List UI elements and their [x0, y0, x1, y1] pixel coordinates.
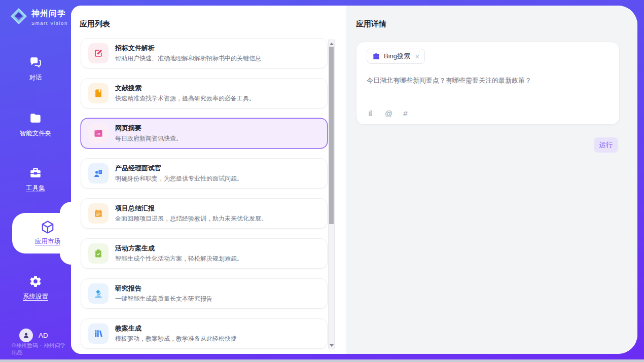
sidebar-item-chat[interactable]: 对话 — [0, 56, 71, 82]
sidebar-item-label: 系统设置 — [23, 293, 48, 301]
sidebar-item-label: 智能文件夹 — [20, 129, 52, 138]
sidebar-item-folders[interactable]: 智能文件夹 — [0, 112, 71, 138]
calendar-icon — [88, 203, 109, 224]
paperclip-icon[interactable] — [367, 109, 374, 118]
cube-icon — [12, 220, 83, 235]
browser-code-icon — [88, 123, 109, 143]
sidebar-item-tools[interactable]: 工具集 — [0, 166, 71, 193]
brand-logo: 神州问学 Smart Vision — [10, 7, 68, 27]
app-card-desc: 帮助用户快速、准确地理解和解析招标书中的关键信息 — [115, 54, 261, 63]
tool-tag-bing-search[interactable]: Bing搜索 × — [367, 49, 425, 64]
fillet-top — [60, 202, 71, 213]
app-card-literature-search[interactable]: 文献搜索 快速精准查找学术资源，提高研究效率的必备工具。 — [81, 78, 328, 108]
gem-logo-icon — [10, 7, 28, 27]
app-window: 应用列表 招标文件解析 帮助用户快速、准确地理解和解析招标书中的关键信息 文献搜… — [71, 6, 637, 354]
app-detail-title: 应用详情 — [356, 19, 637, 29]
app-card-title: 文献搜索 — [115, 84, 255, 93]
triangle-up-icon — [330, 43, 334, 45]
interviewer-icon — [88, 163, 109, 184]
brand-name: 神州问学 — [31, 9, 68, 19]
app-card-title: 项目总结汇报 — [115, 204, 267, 213]
composer-toolbar: @ # — [367, 109, 408, 118]
pen-square-icon — [88, 43, 109, 63]
clipboard-check-icon — [88, 243, 109, 264]
app-card-lesson-plan[interactable]: 教案生成 模板驱动，教案秒成，教学准备从此轻松快捷 — [81, 318, 328, 349]
app-card-bid-document-analysis[interactable]: 招标文件解析 帮助用户快速、准确地理解和解析招标书中的关键信息 — [81, 38, 328, 68]
sidebar-item-label: 对话 — [29, 74, 42, 82]
app-list-title: 应用列表 — [80, 19, 346, 29]
app-card-title: 教案生成 — [115, 324, 237, 333]
tool-tag-label: Bing搜索 — [384, 52, 410, 61]
folder-icon — [0, 112, 71, 127]
app-card-pm-interviewer[interactable]: 产品经理面试官 明确身份和职责，为您提供专业性的面试问题。 — [81, 158, 328, 189]
triangle-down-icon — [330, 344, 334, 347]
bottom-edge-strip — [0, 359, 644, 362]
copyright-footer: ©神州数码 · 神州问学出品 — [12, 342, 71, 356]
sidebar-item-settings[interactable]: 系统设置 — [0, 275, 71, 301]
app-card-event-plan[interactable]: 活动方案生成 智能生成个性化活动方案，轻松解决规划难题。 — [81, 238, 328, 269]
scroll-up-button[interactable] — [329, 41, 334, 47]
microscope-icon — [88, 283, 109, 304]
app-card-desc: 智能生成个性化活动方案，轻松解决规划难题。 — [115, 255, 243, 263]
close-icon[interactable]: × — [415, 53, 419, 60]
question-input[interactable]: 今日湖北有哪些新闻要点？有哪些需要关注的最新政策？ — [367, 76, 609, 86]
app-card-title: 活动方案生成 — [115, 244, 243, 253]
app-card-desc: 每日政府新闻资讯快查。 — [115, 134, 182, 143]
chat-icon — [0, 56, 71, 71]
hash-icon[interactable]: # — [403, 109, 407, 118]
books-icon — [88, 323, 109, 344]
sidebar-item-label: 应用市场 — [35, 237, 60, 246]
app-card-project-summary[interactable]: 项目总结汇报 全面回顾项目进展，总结经验教训，助力未来优化发展。 — [81, 198, 328, 229]
app-card-research-report[interactable]: 研究报告 一键智能生成高质量长文本研究报告 — [81, 278, 328, 309]
app-list-panel: 应用列表 招标文件解析 帮助用户快速、准确地理解和解析招标书中的关键信息 文献搜… — [71, 6, 346, 354]
at-icon[interactable]: @ — [385, 109, 392, 118]
avatar — [19, 329, 33, 342]
run-button[interactable]: 运行 — [594, 137, 618, 153]
gear-icon — [0, 275, 71, 290]
user-account[interactable]: AD — [19, 329, 48, 342]
app-card-desc: 一键智能生成高质量长文本研究报告 — [115, 295, 212, 303]
sidebar-item-market[interactable]: 应用市场 — [12, 213, 83, 246]
fillet-bottom — [60, 254, 71, 265]
app-card-title: 网页摘要 — [115, 124, 182, 133]
app-card-title: 研究报告 — [115, 284, 212, 293]
scrollbar[interactable] — [328, 40, 335, 349]
app-card-title: 招标文件解析 — [115, 44, 261, 53]
toolbox-icon — [0, 166, 71, 182]
composer-card: Bing搜索 × 今日湖北有哪些新闻要点？有哪些需要关注的最新政策？ @ # — [356, 42, 620, 125]
user-initials: AD — [39, 332, 48, 339]
briefcase-icon — [372, 52, 380, 60]
app-card-list: 招标文件解析 帮助用户快速、准确地理解和解析招标书中的关键信息 文献搜索 快速精… — [81, 38, 328, 349]
scrollbar-thumb[interactable] — [329, 47, 334, 224]
book-icon — [88, 83, 109, 103]
scroll-down-button[interactable] — [329, 342, 334, 348]
app-card-title: 产品经理面试官 — [115, 164, 243, 173]
app-card-web-summary[interactable]: 网页摘要 每日政府新闻资讯快查。 — [81, 118, 328, 149]
sidebar: 神州问学 Smart Vision 对话 智能文件夹 工具集 应用市场 — [0, 0, 71, 362]
app-card-desc: 明确身份和职责，为您提供专业性的面试问题。 — [115, 174, 243, 183]
sidebar-item-label: 工具集 — [26, 184, 45, 193]
app-card-desc: 全面回顾项目进展，总结经验教训，助力未来优化发展。 — [115, 214, 267, 223]
active-nav-highlight: 应用市场 — [12, 213, 71, 254]
app-detail-panel: 应用详情 Bing搜索 × 今日湖北有哪些新闻要点？有哪些需要关注的最新政策？ … — [346, 6, 637, 354]
brand-subtitle: Smart Vision — [31, 20, 68, 26]
app-card-desc: 快速精准查找学术资源，提高研究效率的必备工具。 — [115, 94, 255, 103]
app-card-desc: 模板驱动，教案秒成，教学准备从此轻松快捷 — [115, 335, 237, 343]
